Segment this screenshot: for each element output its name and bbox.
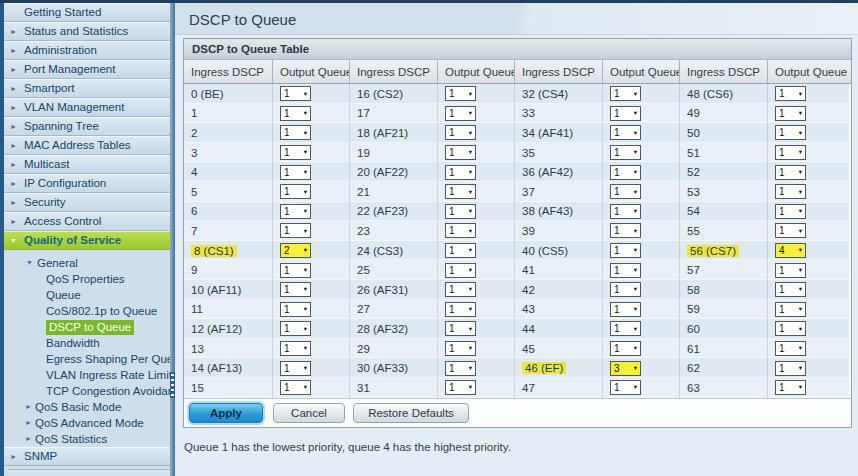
sidebar-item-security[interactable]: ►Security bbox=[4, 193, 170, 212]
output-queue-select[interactable]: 1▾ bbox=[280, 86, 311, 101]
output-queue-select[interactable]: 1▾ bbox=[610, 223, 641, 238]
sidebar-item-smartport[interactable]: ►Smartport bbox=[4, 79, 170, 98]
sidebar-item-qos-statistics[interactable]: ►QoS Statistics bbox=[4, 431, 170, 447]
sidebar-item-quality-of-service[interactable]: ▼ Quality of Service bbox=[4, 231, 170, 250]
output-queue-select[interactable]: 1▾ bbox=[610, 165, 641, 180]
sidebar-item-cos-802-1p-to-queue[interactable]: CoS/802.1p to Queue bbox=[4, 303, 170, 319]
output-queue-select[interactable]: 1▾ bbox=[610, 282, 641, 297]
output-queue-select[interactable]: 1▾ bbox=[445, 282, 476, 297]
output-queue-select[interactable]: 1▾ bbox=[445, 341, 476, 356]
sidebar-item-ip-configuration[interactable]: ►IP Configuration bbox=[4, 174, 170, 193]
output-queue-select[interactable]: 1▾ bbox=[445, 361, 476, 376]
output-queue-select[interactable]: 1▾ bbox=[610, 86, 641, 101]
output-queue-cell: 1▾ bbox=[272, 300, 349, 320]
sidebar-item-dscp-to-queue[interactable]: DSCP to Queue bbox=[4, 319, 170, 335]
output-queue-select[interactable]: 1▾ bbox=[280, 106, 311, 121]
sidebar-item-egress-shaping-per-queue[interactable]: Egress Shaping Per Queue bbox=[4, 351, 170, 367]
output-queue-select[interactable]: 1▾ bbox=[775, 86, 806, 101]
sidebar-item-multicast[interactable]: ►Multicast bbox=[4, 155, 170, 174]
output-queue-select[interactable]: 1▾ bbox=[775, 106, 806, 121]
output-queue-select[interactable]: 1▾ bbox=[775, 125, 806, 140]
output-queue-select[interactable]: 1▾ bbox=[610, 106, 641, 121]
output-queue-select[interactable]: 1▾ bbox=[610, 380, 641, 395]
output-queue-select[interactable]: 1▾ bbox=[775, 204, 806, 219]
cancel-button[interactable]: Cancel bbox=[273, 403, 345, 423]
output-queue-select[interactable]: 1▾ bbox=[445, 223, 476, 238]
sidebar-item-port-management[interactable]: ►Port Management bbox=[4, 60, 170, 79]
output-queue-select[interactable]: 1▾ bbox=[280, 282, 311, 297]
output-queue-select[interactable]: 1▾ bbox=[445, 302, 476, 317]
output-queue-select[interactable]: 1▾ bbox=[775, 184, 806, 199]
sidebar-item-vlan-ingress-rate-limit[interactable]: VLAN Ingress Rate Limit bbox=[4, 367, 170, 383]
output-queue-select[interactable]: 1▾ bbox=[775, 263, 806, 278]
sidebar-item-bandwidth[interactable]: Bandwidth bbox=[4, 335, 170, 351]
output-queue-select[interactable]: 1▾ bbox=[610, 145, 641, 160]
output-queue-select[interactable]: 1▾ bbox=[610, 184, 641, 199]
output-queue-select[interactable]: 1▾ bbox=[445, 125, 476, 140]
output-queue-select[interactable]: 1▾ bbox=[775, 321, 806, 336]
output-queue-select[interactable]: 1▾ bbox=[775, 361, 806, 376]
output-queue-select[interactable]: 1▾ bbox=[610, 321, 641, 336]
dscp-label-text: 60 bbox=[687, 323, 700, 335]
output-queue-select[interactable]: 1▾ bbox=[280, 125, 311, 140]
output-queue-select[interactable]: 1▾ bbox=[445, 184, 476, 199]
sidebar-item-getting-started[interactable]: Getting Started bbox=[4, 3, 170, 22]
sidebar-item-snmp[interactable]: ►SNMP bbox=[4, 447, 170, 466]
output-queue-select[interactable]: 1▾ bbox=[775, 223, 806, 238]
output-queue-select[interactable]: 1▾ bbox=[445, 86, 476, 101]
output-queue-select[interactable]: 1▾ bbox=[445, 145, 476, 160]
output-queue-select[interactable]: 1▾ bbox=[280, 302, 311, 317]
output-queue-select[interactable]: 1▾ bbox=[610, 125, 641, 140]
dscp-label: 53 bbox=[679, 182, 767, 202]
output-queue-select[interactable]: 1▾ bbox=[610, 302, 641, 317]
apply-button[interactable]: Apply bbox=[189, 403, 263, 423]
output-queue-select[interactable]: 1▾ bbox=[775, 145, 806, 160]
output-queue-select[interactable]: 1▾ bbox=[280, 204, 311, 219]
output-queue-select[interactable]: 1▾ bbox=[775, 165, 806, 180]
output-queue-select[interactable]: 1▾ bbox=[280, 223, 311, 238]
sidebar-item-spanning-tree[interactable]: ►Spanning Tree bbox=[4, 117, 170, 136]
sidebar-item-general[interactable]: ▼ General bbox=[4, 255, 170, 271]
output-queue-select[interactable]: 4▾ bbox=[775, 243, 806, 258]
output-queue-select[interactable]: 1▾ bbox=[610, 204, 641, 219]
output-queue-select[interactable]: 1▾ bbox=[775, 341, 806, 356]
sidebar-item-access-control[interactable]: ►Access Control bbox=[4, 212, 170, 231]
output-queue-select[interactable]: 1▾ bbox=[280, 263, 311, 278]
output-queue-select[interactable]: 1▾ bbox=[445, 263, 476, 278]
sidebar-item-status-and-statistics[interactable]: ►Status and Statistics bbox=[4, 22, 170, 41]
output-queue-value: 1 bbox=[284, 127, 290, 138]
dropdown-arrow-icon: ▾ bbox=[469, 306, 472, 313]
sidebar-item-queue[interactable]: Queue bbox=[4, 287, 170, 303]
output-queue-select[interactable]: 1▾ bbox=[445, 106, 476, 121]
output-queue-select[interactable]: 1▾ bbox=[445, 165, 476, 180]
output-queue-select[interactable]: 1▾ bbox=[280, 341, 311, 356]
output-queue-select[interactable]: 2▾ bbox=[280, 243, 311, 258]
sidebar-item-qos-advanced-mode[interactable]: ►QoS Advanced Mode bbox=[4, 415, 170, 431]
output-queue-select[interactable]: 1▾ bbox=[280, 165, 311, 180]
output-queue-select[interactable]: 1▾ bbox=[775, 282, 806, 297]
output-queue-select[interactable]: 1▾ bbox=[445, 204, 476, 219]
output-queue-select[interactable]: 1▾ bbox=[280, 145, 311, 160]
sidebar-item-qos-basic-mode[interactable]: ►QoS Basic Mode bbox=[4, 399, 170, 415]
output-queue-select[interactable]: 1▾ bbox=[775, 380, 806, 395]
output-queue-cell: 1▾ bbox=[437, 143, 514, 163]
output-queue-select[interactable]: 1▾ bbox=[445, 321, 476, 336]
sidebar-item-tcp-congestion-avoidance[interactable]: TCP Congestion Avoidance bbox=[4, 383, 170, 399]
output-queue-select[interactable]: 3▾ bbox=[610, 361, 641, 376]
output-queue-select[interactable]: 1▾ bbox=[280, 321, 311, 336]
sidebar-item-vlan-management[interactable]: ►VLAN Management bbox=[4, 98, 170, 117]
output-queue-select[interactable]: 1▾ bbox=[610, 341, 641, 356]
output-queue-select[interactable]: 1▾ bbox=[280, 361, 311, 376]
sidebar-item-administration[interactable]: ►Administration bbox=[4, 41, 170, 60]
output-queue-cell: 1▾ bbox=[767, 300, 849, 320]
sidebar-item-mac-address-tables[interactable]: ►MAC Address Tables bbox=[4, 136, 170, 155]
sidebar-item-qos-properties[interactable]: QoS Properties bbox=[4, 271, 170, 287]
output-queue-select[interactable]: 1▾ bbox=[610, 263, 641, 278]
output-queue-select[interactable]: 1▾ bbox=[445, 243, 476, 258]
output-queue-select[interactable]: 1▾ bbox=[610, 243, 641, 258]
output-queue-select[interactable]: 1▾ bbox=[775, 302, 806, 317]
output-queue-select[interactable]: 1▾ bbox=[445, 380, 476, 395]
output-queue-select[interactable]: 1▾ bbox=[280, 184, 311, 199]
restore-defaults-button[interactable]: Restore Defaults bbox=[353, 403, 469, 423]
output-queue-select[interactable]: 1▾ bbox=[280, 380, 311, 395]
